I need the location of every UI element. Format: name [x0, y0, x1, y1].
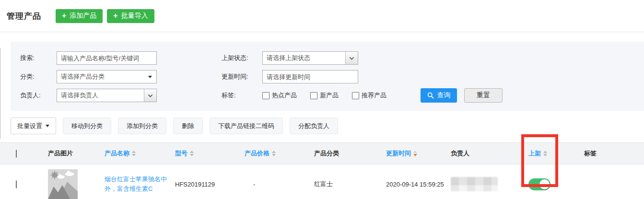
- header-onshelf-sort[interactable]: 上架: [520, 149, 559, 158]
- row-onshelf-cell: [520, 178, 559, 190]
- add-to-category-button[interactable]: 添加到分类: [118, 117, 166, 134]
- table-header-row: 产品图片 产品名称 型号 产品价格 产品分类 更新时间 负责人 上架 标签: [0, 142, 644, 164]
- plus-icon: +: [113, 12, 117, 20]
- add-product-button[interactable]: + 添加产品: [56, 9, 103, 23]
- chevron-down-icon: [144, 89, 156, 102]
- product-name-link[interactable]: 烟台红富士苹果驰名中外，富含维生素C: [105, 175, 170, 194]
- tag-checkbox-hot[interactable]: 热点产品: [262, 91, 297, 100]
- owner-select[interactable]: 请选择负责人: [57, 89, 157, 102]
- checkbox-icon: [262, 92, 269, 99]
- row-name-cell: 烟台红富士苹果驰名中外，富含维生素C: [89, 175, 168, 194]
- reset-button[interactable]: 重置: [464, 88, 503, 103]
- tag-recommend-label: 推荐产品: [362, 91, 386, 100]
- query-label: 查询: [437, 91, 451, 100]
- search-label: 搜索:: [20, 54, 57, 62]
- filter-panel: 搜索: 上架状态: 请选择上架状态 分类: 请选择产品分类 更新时间: 负责人:…: [11, 42, 644, 111]
- chevron-down-icon: [345, 52, 358, 64]
- product-table: 产品图片 产品名称 型号 产品价格 产品分类 更新时间 负责人 上架 标签: [0, 142, 644, 199]
- row-image-cell: [34, 169, 89, 199]
- tag-checkbox-new[interactable]: 新产品: [310, 91, 339, 100]
- sort-carets-icon: [132, 151, 136, 156]
- row-price: -: [240, 181, 307, 188]
- row-checkbox-cell: [0, 181, 34, 188]
- filter-row-1: 搜索: 上架状态: 请选择上架状态: [20, 51, 644, 65]
- row-model: HFS20191129: [168, 181, 240, 188]
- header-checkbox-cell: [0, 150, 34, 157]
- batch-import-label: 批量导入: [121, 12, 148, 20]
- header-price-sort[interactable]: 产品价格: [240, 149, 307, 158]
- search-icon: [427, 92, 434, 99]
- batch-set-label: 批量设置: [17, 122, 42, 130]
- delete-button[interactable]: 删除: [173, 117, 203, 134]
- filter-row-2: 分类: 请选择产品分类 更新时间:: [20, 70, 644, 83]
- category-select-value: 请选择产品分类: [57, 72, 148, 81]
- left-edge-line: [0, 48, 0, 139]
- table-row: 烟台红富士苹果驰名中外，富含维生素C HFS20191129 - 红富士 202…: [0, 164, 644, 199]
- owner-redacted-blur: [451, 177, 498, 191]
- query-button[interactable]: 查询: [421, 88, 457, 103]
- checkbox-icon: [310, 92, 317, 99]
- assign-owner-button[interactable]: 分配负责人: [290, 117, 338, 134]
- page-title: 管理产品: [7, 11, 41, 22]
- header-tags: 标签: [559, 149, 644, 158]
- batch-import-button[interactable]: + 批量导入: [107, 9, 154, 23]
- caret-down-icon: [148, 76, 152, 78]
- filter-row-3: 负责人: 请选择负责人 标签: 热点产品 新产品 推荐产品 查询 重置: [20, 89, 644, 102]
- batch-set-dropdown[interactable]: 批量设置: [11, 117, 56, 134]
- product-placeholder-image: [48, 169, 78, 199]
- header-model-sort[interactable]: 型号: [168, 149, 240, 158]
- tag-checkbox-recommend[interactable]: 推荐产品: [352, 91, 386, 100]
- tag-hot-label: 热点产品: [272, 91, 297, 100]
- owner-label: 负责人:: [20, 91, 57, 100]
- status-label: 上架状态:: [222, 54, 262, 62]
- add-product-label: 添加产品: [70, 12, 96, 20]
- sort-carets-icon: [272, 151, 276, 156]
- category-label: 分类:: [20, 72, 57, 81]
- tags-label: 标签:: [222, 91, 262, 100]
- download-qr-button[interactable]: 下载产品链接二维码: [210, 117, 283, 134]
- checkbox-icon: [352, 92, 359, 99]
- update-time-label: 更新时间:: [222, 72, 262, 81]
- header-owner: 负责人: [446, 149, 520, 158]
- onshelf-toggle[interactable]: [528, 178, 550, 190]
- action-toolbar: 批量设置 移动到分类 添加到分类 删除 下载产品链接二维码 分配负责人: [11, 117, 644, 134]
- category-select[interactable]: 请选择产品分类: [57, 70, 157, 83]
- top-bar: 管理产品 + 添加产品 + 批量导入: [0, 0, 644, 32]
- row-owner-cell: [446, 177, 520, 191]
- owner-select-value: 请选择负责人: [57, 91, 144, 100]
- header-image: 产品图片: [34, 149, 89, 158]
- status-select-value: 请选择上架状态: [263, 54, 345, 62]
- update-time-input[interactable]: [262, 70, 358, 83]
- move-to-category-button[interactable]: 移动到分类: [63, 117, 111, 134]
- sort-carets-icon: [413, 151, 417, 156]
- header-category: 产品分类: [307, 149, 379, 158]
- status-select[interactable]: 请选择上架状态: [262, 51, 358, 65]
- header-updated-sort[interactable]: 更新时间: [379, 149, 446, 158]
- toggle-knob: [539, 179, 550, 189]
- header-name-sort[interactable]: 产品名称: [89, 149, 168, 158]
- select-all-checkbox[interactable]: [16, 150, 17, 158]
- row-updated: 2020-09-14 15:59:25: [379, 181, 446, 188]
- row-category: 红富士: [307, 180, 379, 188]
- plus-icon: +: [62, 12, 66, 20]
- search-input[interactable]: [57, 51, 157, 65]
- tag-new-label: 新产品: [320, 91, 339, 100]
- sort-carets-icon: [190, 151, 194, 156]
- row-checkbox[interactable]: [16, 180, 17, 188]
- caret-down-icon: [46, 125, 49, 127]
- sort-carets-icon: [543, 151, 547, 156]
